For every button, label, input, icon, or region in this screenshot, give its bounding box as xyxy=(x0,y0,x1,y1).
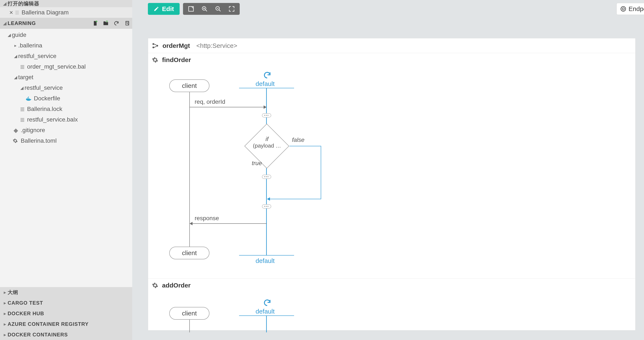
if-text: if (payload … xyxy=(248,136,286,149)
stmt-block-1[interactable]: ••• xyxy=(262,113,271,118)
service-header[interactable]: orderMgt <http:Service> xyxy=(148,38,635,53)
default-bottom-line xyxy=(239,255,294,255)
service-icon xyxy=(152,42,159,49)
tree-folder-target[interactable]: ◢ target xyxy=(0,72,132,83)
loop-icon xyxy=(263,298,272,307)
default-top-label: default xyxy=(256,80,274,87)
client-end-node[interactable]: client xyxy=(169,247,210,259)
bottom-panels: ▸大纲 ▸CARGO TEST ▸DOCKER HUB ▸AZURE CONTA… xyxy=(0,287,132,340)
gear-icon xyxy=(152,282,158,288)
default-lifeline xyxy=(266,315,267,332)
diagram-canvas[interactable]: orderMgt <http:Service> findOrder client… xyxy=(138,19,644,340)
chevron-down-icon: ◢ xyxy=(13,54,18,59)
chevron-right-icon: ▸ xyxy=(2,290,8,295)
panel-docker-hub[interactable]: ▸DOCKER HUB xyxy=(0,308,132,319)
chevron-right-icon: ▸ xyxy=(2,300,8,305)
svg-rect-3 xyxy=(106,21,108,21)
service-annotation: <http:Service> xyxy=(196,42,237,49)
resource-header-addorder[interactable]: addOrder xyxy=(148,279,635,292)
sidebar: ◢ 打开的编辑器 × ≣ Ballerina Diagram ◢ LEARNIN… xyxy=(0,0,132,340)
project-title: LEARNING xyxy=(8,20,36,26)
stmt-block-3[interactable]: ••• xyxy=(262,204,271,209)
panel-acr[interactable]: ▸AZURE CONTAINER REGISTRY xyxy=(0,319,132,329)
project-header[interactable]: ◢ LEARNING xyxy=(0,18,132,29)
gear-icon xyxy=(152,57,158,63)
tree-file-ballerina-toml[interactable]: Ballerina.toml xyxy=(0,136,132,146)
svg-point-8 xyxy=(621,7,626,12)
msg1-line xyxy=(190,107,266,107)
endpoints-button[interactable]: Endpoi xyxy=(616,3,644,15)
default-top-label: default xyxy=(256,308,274,315)
fullscreen-button[interactable] xyxy=(225,3,238,15)
false-label: false xyxy=(292,137,304,143)
refresh-icon[interactable] xyxy=(114,21,119,26)
response-line xyxy=(192,223,266,224)
git-icon: ◆ xyxy=(13,127,19,134)
zoom-out-button[interactable] xyxy=(211,3,225,15)
default-bottom-label: default xyxy=(256,257,274,264)
pencil-icon xyxy=(154,6,159,12)
file-icon: ≣ xyxy=(19,106,26,113)
project-actions xyxy=(92,21,130,26)
client-start-node[interactable]: client xyxy=(169,307,210,320)
close-icon[interactable]: × xyxy=(8,9,15,16)
file-tree: ◢ guide ▸ .ballerina ◢ restful_service ≣… xyxy=(0,29,132,146)
chevron-right-icon: ▸ xyxy=(2,321,8,327)
default-lifeline xyxy=(266,88,267,255)
sequence-diagram-addorder: client default xyxy=(148,292,635,330)
svg-rect-5 xyxy=(189,7,194,12)
collapse-all-icon[interactable] xyxy=(124,21,130,26)
svg-point-10 xyxy=(152,43,154,45)
new-file-icon[interactable] xyxy=(92,21,98,26)
zoom-in-button[interactable] xyxy=(198,3,211,15)
sequence-diagram-findorder: client client default default req, order… xyxy=(148,67,635,278)
tree-file-ballerina-lock[interactable]: ≣ Ballerina.lock xyxy=(0,104,132,114)
false-branch-right xyxy=(321,146,321,199)
edit-button[interactable]: Edit xyxy=(148,3,180,15)
endpoints-label: Endpoi xyxy=(628,5,644,13)
stmt-block-2[interactable]: ••• xyxy=(262,175,271,179)
open-editor-item[interactable]: × ≣ Ballerina Diagram xyxy=(0,7,132,18)
file-icon: ≣ xyxy=(19,63,26,70)
svg-point-11 xyxy=(152,47,154,48)
target-icon xyxy=(620,6,626,12)
tree-file-order-mgt[interactable]: ≣ order_mgt_service.bal xyxy=(0,61,132,72)
client-lifeline xyxy=(189,320,190,332)
service-name: orderMgt xyxy=(162,42,190,49)
new-folder-icon[interactable] xyxy=(103,21,108,26)
svg-point-12 xyxy=(156,45,158,47)
panel-outline[interactable]: ▸大纲 xyxy=(0,287,132,298)
fit-width-button[interactable] xyxy=(184,3,198,15)
open-editors-header[interactable]: ◢ 打开的编辑器 xyxy=(0,0,132,7)
editor-area: Edit Endpoi xyxy=(138,0,644,340)
sidebar-sash[interactable] xyxy=(132,0,138,340)
resource-header-findorder[interactable]: findOrder xyxy=(148,53,635,67)
panel-docker-containers[interactable]: ▸DOCKER CONTAINERS xyxy=(0,329,132,340)
tree-folder-restful-service-2[interactable]: ◢ restful_service xyxy=(0,83,132,93)
diagram-toolbar: Edit Endpoi xyxy=(138,0,644,19)
panel-cargo-test[interactable]: ▸CARGO TEST xyxy=(0,298,132,308)
tree-folder-guide[interactable]: ◢ guide xyxy=(0,30,132,40)
tree-file-restful-balx[interactable]: ≣ restful_service.balx xyxy=(0,114,132,125)
list-icon: ≣ xyxy=(15,9,20,16)
chevron-down-icon: ◢ xyxy=(6,32,12,38)
tree-folder-ballerina[interactable]: ▸ .ballerina xyxy=(0,40,132,51)
msg1-label: req, orderId xyxy=(195,98,225,105)
docker-icon xyxy=(26,96,32,101)
chevron-down-icon: ◢ xyxy=(13,75,18,80)
tree-file-dockerfile[interactable]: Dockerfile xyxy=(0,93,132,104)
svg-point-9 xyxy=(622,8,624,10)
chevron-down-icon: ◢ xyxy=(19,85,24,90)
chevron-down-icon: ◢ xyxy=(2,1,8,6)
resource-name: findOrder xyxy=(162,56,191,64)
client-start-node[interactable]: client xyxy=(169,79,210,92)
tree-file-gitignore[interactable]: ◆ .gitignore xyxy=(0,125,132,136)
resource-name: addOrder xyxy=(162,282,190,289)
svg-rect-1 xyxy=(96,21,97,21)
service-panel: orderMgt <http:Service> findOrder client… xyxy=(148,38,636,330)
tree-folder-restful-service[interactable]: ◢ restful_service xyxy=(0,51,132,61)
chevron-right-icon: ▸ xyxy=(13,43,18,48)
loop-icon xyxy=(263,71,272,79)
file-icon: ≣ xyxy=(19,116,26,123)
arrow-right-icon xyxy=(264,105,266,109)
